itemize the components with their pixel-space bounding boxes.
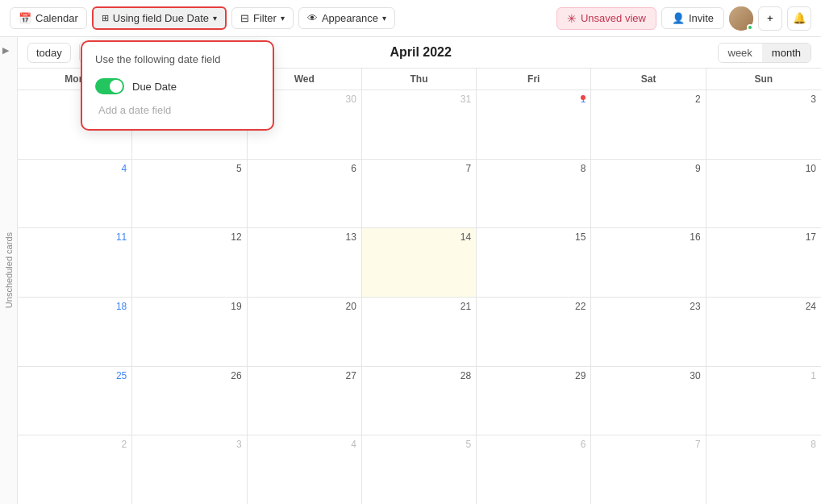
- field-icon: ⊞: [102, 13, 109, 23]
- add-icon: +: [767, 12, 773, 24]
- unsaved-view-label: Unsaved view: [581, 12, 646, 24]
- appearance-chevron-icon: ▾: [382, 14, 386, 23]
- using-field-button[interactable]: ⊞ Using field Due Date ▾: [92, 6, 227, 30]
- invite-icon: 👤: [672, 12, 685, 24]
- invite-label: Invite: [689, 12, 714, 24]
- notifications-button[interactable]: 🔔: [787, 6, 811, 31]
- bell-icon: 🔔: [793, 12, 806, 24]
- filter-button[interactable]: ⊟ Filter ▾: [231, 7, 294, 29]
- eye-icon: 👁: [307, 12, 318, 24]
- asterisk-icon: ✳: [567, 12, 577, 25]
- toolbar-right: ✳ Unsaved view 👤 Invite + 🔔: [556, 6, 811, 31]
- appearance-label: Appearance: [322, 12, 378, 24]
- invite-button[interactable]: 👤 Invite: [661, 7, 724, 29]
- calendar-icon: 📅: [19, 12, 31, 24]
- toolbar-left: 📅 Calendar ⊞ Using field Due Date ▾ ⊟ Fi…: [10, 6, 395, 30]
- main-toolbar: 📅 Calendar ⊞ Using field Due Date ▾ ⊟ Fi…: [0, 0, 821, 37]
- unsaved-view-button[interactable]: ✳ Unsaved view: [556, 7, 656, 30]
- filter-label: Filter: [253, 12, 277, 24]
- chevron-down-icon: ▾: [213, 14, 217, 23]
- calendar-label: Calendar: [35, 12, 78, 24]
- avatar[interactable]: [729, 6, 753, 31]
- add-button[interactable]: +: [758, 6, 782, 31]
- appearance-button[interactable]: 👁 Appearance ▾: [298, 7, 395, 29]
- using-field-label: Using field Due Date: [113, 12, 209, 24]
- avatar-online-dot: [747, 24, 753, 31]
- calendar-button[interactable]: 📅 Calendar: [10, 7, 87, 29]
- filter-chevron-icon: ▾: [281, 14, 285, 23]
- filter-icon: ⊟: [240, 12, 249, 24]
